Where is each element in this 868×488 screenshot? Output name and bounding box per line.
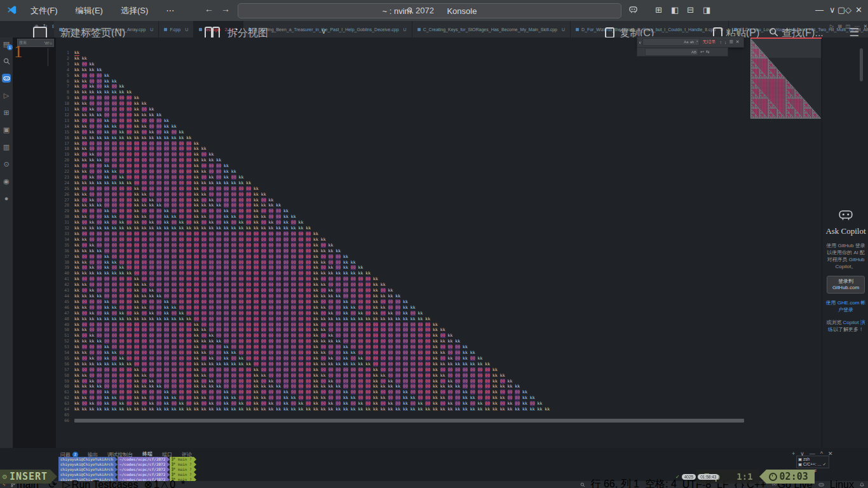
replace-input[interactable]: AB: [645, 48, 698, 56]
maximize-button[interactable]: ◇: [845, 5, 851, 15]
copilot-icon[interactable]: [2, 74, 11, 83]
editor-line: 48kk kk kk kk kk kk kk kk kk kk kk kk kk…: [56, 316, 744, 322]
preserve-case-icon[interactable]: AB: [691, 50, 696, 54]
forward-arrow-icon[interactable]: →: [221, 4, 230, 14]
find-close-icon[interactable]: ✕: [736, 39, 740, 44]
back-arrow-icon[interactable]: ←: [205, 4, 214, 14]
os-item[interactable]: Linux: [830, 479, 854, 488]
close-button[interactable]: ✕: [855, 5, 862, 15]
menu-item[interactable]: 编辑(E): [68, 3, 111, 18]
restore-button[interactable]: ▢: [837, 5, 845, 15]
regex-icon[interactable]: .*: [695, 40, 698, 44]
editor-action-icon[interactable]: ▷: [830, 24, 834, 29]
editor-action-icon[interactable]: ⊞: [837, 24, 842, 29]
copilot-status-icon[interactable]: [818, 482, 824, 487]
cursor-position-item[interactable]: 行 66, 列 1: [591, 478, 639, 488]
indentation-item[interactable]: 空格: 4: [645, 478, 677, 488]
problems-item[interactable]: ⊗1△0: [144, 478, 176, 488]
chart-icon[interactable]: ▥: [2, 142, 11, 151]
run-debug-icon[interactable]: ▷: [2, 91, 11, 100]
replace-toggle-icon[interactable]: ∨: [639, 40, 641, 44]
editor-line: 5kk 00 00 00 kk: [56, 73, 744, 79]
status-pills: ✓ 4025 01:58:43: [675, 474, 719, 480]
menu-item[interactable]: 选择(S): [113, 3, 156, 18]
editor-line: 21kk 00 00 00 kk 00 00 00 00 00 00 00 00…: [56, 163, 744, 169]
find-input[interactable]: Aa ab .*: [642, 38, 700, 46]
editor-line: 36kk kk kk kk 00 00 00 00 00 00 00 00 00…: [56, 248, 744, 254]
selection-bar: [74, 419, 744, 423]
powerline-arrow: [759, 470, 766, 484]
editor-line: 25kk 00 00 00 00 00 00 00 kk 00 00 00 00…: [56, 186, 744, 192]
editor-line: 61kk 00 00 00 kk 00 00 00 kk 00 00 00 kk…: [56, 390, 744, 395]
activity-icons: ▤1▷⊞▣▥⊙◉●: [0, 39, 13, 203]
terminal-list-item[interactable]: ▣ C/C++: … ✓: [798, 462, 827, 467]
hand-icon[interactable]: ◉: [2, 177, 11, 186]
editor-line: 59kk 00 kk 00 00 00 00 00 kk 00 kk 00 00…: [56, 379, 744, 384]
editor-line: 35kk 00 kk 00 00 00 00 00 00 00 00 00 00…: [56, 243, 744, 248]
chevron-down-icon[interactable]: ∨: [829, 5, 836, 15]
find-next-icon[interactable]: ↓: [724, 40, 727, 44]
replace-one-icon[interactable]: ↩: [700, 50, 704, 55]
tab-label: F.cpp: [170, 27, 180, 32]
ghe-signin-link[interactable]: 使用 GHE.com 帐户登录: [824, 299, 868, 313]
match-case-icon[interactable]: Aa: [684, 40, 688, 44]
editor-line: 26kk kk 00 00 00 00 00 00 kk kk 00 00 00…: [56, 192, 744, 198]
copilot-titlebar-icon[interactable]: [628, 5, 638, 14]
editor-line: 38kk kk 00 00 kk kk 00 00 00 00 00 00 00…: [56, 260, 744, 266]
terminal-list[interactable]: ▣ zsh▣ C/C++: … ✓: [796, 456, 829, 468]
konsole-split-chevron-icon[interactable]: ∨: [321, 27, 327, 36]
panel-bottom-icon[interactable]: ⊟: [687, 5, 694, 15]
editor-pane[interactable]: 1kk2kk kk3kk 00 kk4kk kk kk kk5kk 00 00 …: [56, 37, 822, 448]
whole-word-icon[interactable]: ab: [690, 40, 695, 44]
github-signin-button[interactable]: 登录到 GitHub.com: [827, 276, 865, 294]
editor-line: 27kk 00 kk 00 00 00 00 00 kk 00 kk 00 00…: [56, 198, 744, 203]
copilot-robot-icon: [838, 208, 853, 221]
status-pill: 4025: [682, 474, 696, 480]
tab-label: C_Creating_Keys_for_StORages_Has_Become_…: [423, 27, 557, 32]
menu-bar: 文件(F)编辑(E)选择(S)⋯: [23, 0, 182, 21]
nvim-cursor-position: 1:1: [736, 471, 752, 482]
spark-icon[interactable]: *: [181, 479, 185, 488]
search-icon[interactable]: [2, 57, 11, 65]
menu-item[interactable]: ⋯: [158, 4, 182, 17]
explorer-icon[interactable]: ▤1: [2, 39, 11, 48]
bell-icon[interactable]: [860, 482, 864, 487]
more-actions-icon[interactable]: ⋯: [44, 39, 50, 45]
panel-right-icon[interactable]: ◨: [703, 5, 710, 15]
customize-layout-icon[interactable]: ⊞: [655, 5, 662, 15]
cpp-file-icon: [199, 28, 202, 31]
command-center-search[interactable]: 2072: [407, 6, 434, 15]
replace-all-icon[interactable]: ⇆: [706, 50, 710, 55]
editor-action-icon[interactable]: ✕: [863, 24, 867, 29]
git-graph-icon[interactable]: ⊙: [2, 159, 11, 168]
editor-tab[interactable]: F.cppU: [159, 21, 194, 37]
terminal-list-item[interactable]: ▣ zsh: [798, 457, 827, 462]
editor-line: 9kk 00 00 00 00 00 00 00 kk: [56, 95, 744, 101]
editor-line: 8kk kk kk kk kk kk kk kk: [56, 90, 744, 95]
find-in-selection-icon[interactable]: ☰: [729, 39, 733, 44]
editor-tab[interactable]: C_Creating_Keys_for_StORages_Has_Become_…: [412, 21, 571, 37]
window-title-right: Konsole: [447, 6, 477, 16]
panel-control-icon[interactable]: +: [792, 451, 795, 457]
find-prev-icon[interactable]: ↑: [719, 40, 722, 44]
zoom-icon[interactable]: [580, 482, 585, 487]
editor-tab[interactable]: B_Having_Been_a_Treasurer_in_the_Past_I_…: [243, 21, 412, 37]
editor-line: 34kk kk 00 00 00 00 00 00 00 00 00 00 00…: [56, 237, 744, 243]
copilot-panel-scrollbar[interactable]: [860, 48, 863, 81]
editor-line: 54kk kk 00 00 kk kk 00 00 00 00 00 00 00…: [56, 350, 744, 356]
tab-label: B_Having_Been_a_Treasurer_in_the_Past_I_…: [254, 27, 398, 32]
minimap-slider[interactable]: [750, 39, 821, 58]
minimize-button[interactable]: —: [815, 5, 824, 15]
editor-line: 37kk 00 00 00 kk 00 00 00 00 00 00 00 00…: [56, 254, 744, 260]
run-testcases-button[interactable]: ▷Run Testcases: [63, 478, 139, 488]
extensions-icon[interactable]: ⊞: [2, 108, 11, 117]
editor-line: 51kk 00 kk 00 00 00 00 00 00 00 00 00 00…: [56, 333, 744, 339]
editor-line: 28kk kk kk kk 00 00 00 00 kk kk kk kk 00…: [56, 203, 744, 208]
panel-left-icon[interactable]: ◧: [671, 5, 679, 15]
editor-line: 30kk kk 00 00 kk kk 00 00 kk kk 00 00 kk…: [56, 214, 744, 220]
menu-item[interactable]: 文件(F): [23, 3, 65, 18]
editor-line: 18kk kk 00 00 00 00 00 00 00 00 00 00 00…: [56, 146, 744, 152]
remote-explorer-icon[interactable]: ▣: [2, 125, 11, 134]
github-icon[interactable]: ●: [2, 194, 11, 203]
editor-line: 47kk 00 kk 00 kk 00 kk 00 kk 00 kk 00 kk…: [56, 311, 744, 316]
